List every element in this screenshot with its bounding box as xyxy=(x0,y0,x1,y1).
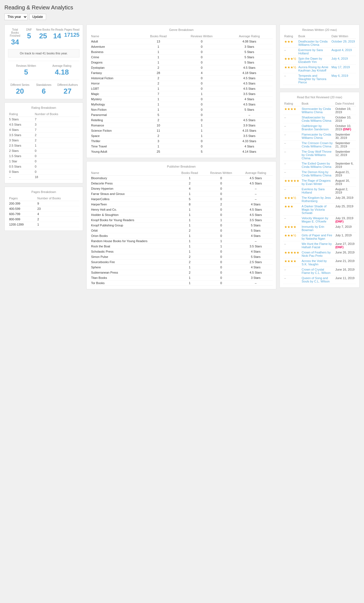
genre-row: Time Travel104 Stars xyxy=(90,144,273,149)
genre-reviews-header: Reviews Written xyxy=(177,34,226,39)
publisher-row: Delacorte Press204.5 Stars xyxy=(90,181,273,186)
right-column: Reviews Written (20 max) Rating Book Dat… xyxy=(280,25,360,291)
publisher-row: Orion Books104 Stars xyxy=(90,233,273,239)
read-not-reviewed-table: Rating Book Date Finished ★★★★Stormcaste… xyxy=(283,101,356,284)
pages-row: 400-59923 xyxy=(8,206,79,211)
top-controls: This year Update xyxy=(4,14,360,20)
genre-row: Science Fiction1114.15 Stars xyxy=(90,128,273,133)
rating-row: 0 Stars0 xyxy=(8,169,79,174)
total-books-stat: Total Books Finished 34 xyxy=(8,28,22,46)
publisher-row: Bloomsbury104.5 Stars xyxy=(90,176,273,181)
reviews-written-stat: Reviews Written 5 xyxy=(16,64,36,76)
publisher-row: Sourcebooks Fire202.5 Stars xyxy=(90,260,273,265)
rating-row: 4.5 Stars3 xyxy=(8,122,79,127)
publisher-row: Sphere104 Stars xyxy=(90,265,273,270)
review-written-row: ★★★½Aurora Rising by Amie Kaufman Jay Kr… xyxy=(283,65,356,73)
publisher-breakdown-panel: Publisher Breakdown Name Books Read Revi… xyxy=(86,161,276,289)
rating-row: 1.5 Stars0 xyxy=(8,154,79,159)
rating-row: 2 Stars0 xyxy=(8,148,79,154)
publisher-breakdown-table: Name Books Read Reviews Written Average … xyxy=(90,170,273,286)
rating-row: 0.5 Stars0 xyxy=(8,164,79,169)
pub-books-header: Books Read xyxy=(176,170,203,176)
genre-row: Adult1304.08 Stars xyxy=(90,39,273,44)
read-not-reviewed-row: –Flamecaster by Cinda Williams ChimaSept… xyxy=(283,132,356,141)
genre-breakdown-panel: Genre Breakdown Name Books Read Reviews … xyxy=(86,25,276,158)
update-button[interactable]: Update xyxy=(29,14,46,20)
pages-count-col-header: Number of Books xyxy=(36,196,79,201)
rating-row: 3 Stars2 xyxy=(8,138,79,143)
rw-book-header: Book xyxy=(297,34,330,39)
left-column: Total Books Finished 34 DNF 5 New Books … xyxy=(4,25,83,291)
new-books-stat: New Books 25 xyxy=(36,28,50,46)
main-grid: Total Books Finished 34 DNF 5 New Books … xyxy=(4,25,360,291)
read-not-reviewed-row: ★★★★★The Rage of Dragons by Evan WinterA… xyxy=(283,178,356,187)
year-select[interactable]: This year xyxy=(4,14,28,20)
rating-row: –18 xyxy=(8,174,79,180)
rnr-date-header: Date Finished xyxy=(334,101,356,106)
rating-row: 4 Stars7 xyxy=(8,127,79,133)
publisher-row: Tor Books10– xyxy=(90,281,273,286)
genre-name-header: Name xyxy=(90,34,139,39)
middle-column: Genre Breakdown Name Books Read Reviews … xyxy=(86,25,276,291)
genre-row: Space213.5 Stars xyxy=(90,133,273,139)
genre-row: Romance1013.9 Stars xyxy=(90,123,273,128)
read-not-reviewed-row: –The Crimson Crown by Cinda Williams Chi… xyxy=(283,141,356,149)
pub-name-header: Name xyxy=(90,170,176,176)
rw-date-header: Date Written xyxy=(330,34,356,39)
page-title: Reading & Review Analytics xyxy=(4,4,360,11)
reviews-written-panel: Reviews Written (20 max) Rating Book Dat… xyxy=(280,25,360,89)
publisher-row: Henry Holt and Co.104.5 Stars xyxy=(90,207,273,212)
rating-row: 3.5 Stars2 xyxy=(8,133,79,138)
diff-authors-stat: Different Authors 27 xyxy=(56,83,79,96)
stats-panel: Total Books Finished 34 DNF 5 New Books … xyxy=(4,25,83,99)
dnf-stat: DNF 5 xyxy=(22,28,36,46)
publisher-row: Farrar Straus and Giroux10– xyxy=(90,191,273,197)
review-written-row: ★★★½Spin the Dawn by Elizabeth YimJuly 4… xyxy=(283,56,356,65)
genre-avg-header: Average Rating xyxy=(226,34,273,39)
read-not-reviewed-row: –Shadowcaster by Cinda Williams ChimaOct… xyxy=(283,115,356,123)
publisher-row: HarperCollins50– xyxy=(90,197,273,202)
pages-breakdown-table: Pages Number of Books 200-3999400-599236… xyxy=(8,196,79,227)
publisher-row: Subterranean Press204.5 Stars xyxy=(90,270,273,275)
publisher-row: Rock the Boat113.5 Stars xyxy=(90,244,273,249)
read-not-reviewed-row: –Crown of Crystal Flame by C.L. WilsonJu… xyxy=(283,267,356,276)
publisher-row: Knopf Publishing Group105 Stars xyxy=(90,223,273,228)
genre-books-header: Books Read xyxy=(139,34,177,39)
publisher-row: HarperTeen824 Stars xyxy=(90,202,273,207)
review-written-row: –Tempests and Slaughter by Tamora Pierce… xyxy=(283,73,356,85)
on-track-message: On track to read 41 books this year. xyxy=(8,49,79,57)
genre-row: LGBT104.5 Stars xyxy=(90,86,273,91)
genre-row: Dragons105 Stars xyxy=(90,60,273,65)
avg-rating-stat: Average Rating 4.18 xyxy=(52,64,71,76)
read-not-reviewed-row: –The Demon King by Cinda Williams ChimaA… xyxy=(283,170,356,178)
books-col-header: Number of Books xyxy=(34,112,79,117)
genre-row: Fantasy2844.18 Stars xyxy=(90,70,273,76)
read-not-reviewed-row: ★★★½Girls of Paper and Fire by Natasha N… xyxy=(283,233,356,241)
publisher-row: Random House Books for Young Readers11– xyxy=(90,239,273,244)
read-not-reviewed-row: ★★★½The Kingdom by Jess RothenbergJuly 2… xyxy=(283,195,356,204)
rnr-rating-header: Rating xyxy=(283,101,301,106)
pages-row: 1200-13991 xyxy=(8,222,79,227)
pages-breakdown-panel: Pages Breakdown Pages Number of Books 20… xyxy=(4,187,83,231)
rating-col-header: Rating xyxy=(8,112,34,117)
read-not-reviewed-row: ★★★★Immunity by Erin BowmanJuly 7, 2019 xyxy=(283,224,356,233)
read-not-reviewed-row: –We Hunt the Flame by Hafsah FaizalJune … xyxy=(283,241,356,250)
pages-col-header: Pages xyxy=(8,196,36,201)
reviews-row: Reviews Written 5 Average Rating 4.18 xyxy=(8,61,79,76)
read-not-reviewed-row: –Oathbringer by Brandon SandersonOctober… xyxy=(283,123,356,132)
genre-row: Horror204.5 Stars xyxy=(90,81,273,86)
genre-row: Business105 Stars xyxy=(90,49,273,55)
diff-series-stat: Different Series 20 xyxy=(8,83,32,96)
review-written-row: –Evermore by Sara HollandAugust 4, 2019 xyxy=(283,47,356,56)
publisher-row: Disney Hyperion40– xyxy=(90,186,273,191)
reviews-written-table: Rating Book Date Written ★★★Deathcaster … xyxy=(283,34,356,85)
rw-rating-header: Rating xyxy=(283,34,297,39)
pages-row: 200-3999 xyxy=(8,201,79,206)
review-written-row: ★★★Deathcaster by Cinda Williams ChimaOc… xyxy=(283,39,356,47)
publisher-row: Knopf Books for Young Readers113.5 Stars xyxy=(90,218,273,223)
genre-row: Magic713.5 Stars xyxy=(90,91,273,97)
read-not-reviewed-row: –The Gray Wolf Throne by Cinda Williams … xyxy=(283,149,356,161)
pages-stat: Pages Read 17125 xyxy=(64,28,79,46)
rating-row: 2.5 Stars1 xyxy=(8,143,79,148)
read-not-reviewed-panel: Read But Not Reviewed (20 max) Rating Bo… xyxy=(280,92,360,288)
